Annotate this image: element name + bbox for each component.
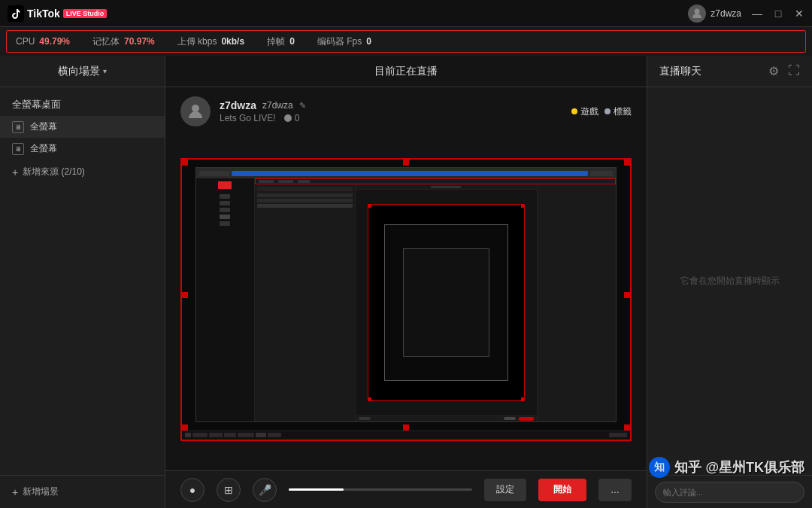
zhihu-icon: 知 [654,461,665,474]
mini-preview-area [356,190,536,415]
app-logo: TikTok LIVE Studio [8,5,107,22]
corner-mark-ml [182,292,188,298]
gaming-badge: 遊戲 [571,105,598,118]
mini-left [255,184,356,421]
mini-stat [259,180,274,183]
cpu-label: CPU [16,36,35,47]
mini-preview-screen [368,204,525,401]
gaming-label: 遊戲 [580,105,598,118]
preview-title: 目前正在直播 [374,65,438,78]
streamer-details: z7dwza z7dwza ✎ Lets Go LIVE! 0 [220,99,562,123]
list-item[interactable]: 🖥 全螢幕 [0,116,165,138]
cpu-value: 49.79% [39,36,70,47]
browser-bar [196,168,616,178]
preview-header: 目前正在直播 [165,56,647,87]
minimize-button[interactable]: — [752,8,762,19]
plus-icon: + [12,486,18,498]
chat-input[interactable] [655,482,804,503]
svg-point-0 [695,8,700,14]
stop-button[interactable]: … [598,479,632,501]
add-source-button[interactable]: + 新增來源 (2/10) [0,160,165,184]
monitor-icon: 🖥 [12,143,24,155]
mini-sidebar [196,178,255,421]
taskbar-item [256,433,266,437]
monitor-icon: 🖥 [12,121,24,133]
deeper-nested [403,248,489,357]
streamer-name-row: z7dwza z7dwza ✎ [220,99,562,111]
settings-icon[interactable]: ⚙ [768,64,779,78]
scene-selector[interactable]: 横向場景 ▾ [0,56,165,87]
corner [521,205,524,208]
drop-stat: 掉帧 0 [267,35,295,48]
corner-mark-bl [182,424,188,430]
mini-content: ·········· [255,184,616,421]
titlebar-left: TikTok LIVE Studio [8,5,107,22]
corner-mark-tr [624,160,630,166]
upload-value: 0kb/s [221,36,244,47]
yellow-dot [571,108,577,114]
nested-preview: ·········· [195,167,617,421]
memory-stat: 记忆体 70.97% [92,35,155,48]
mini-nav3 [220,208,230,212]
add-scene-button[interactable]: + 新增場景 [12,485,59,498]
fps-stat: 编码器 Fps 0 [317,35,371,48]
screen-inner: ·········· [182,160,630,430]
slider-track [289,488,472,491]
browser-url [232,171,588,176]
deep-nested [384,224,508,381]
taskbar-item [268,433,281,437]
setting-button[interactable]: 設定 [484,479,526,501]
mic-button[interactable]: 🎤 [253,478,277,502]
bio-text: Lets Go LIVE! [220,113,276,123]
list-item[interactable]: 🖥 全螢幕 [0,138,165,160]
mini-right: ·········· [537,184,617,421]
mini-center [356,184,536,421]
drop-value: 0 [289,36,295,47]
corner-mark-tl [182,160,188,166]
user-info: z7dwza [688,5,741,23]
streamer-id: z7dwza [262,100,293,111]
titlebar: TikTok LIVE Studio z7dwza — □ ✕ [0,0,812,27]
sources-area: 全螢幕桌面 🖥 全螢幕 🖥 全螢幕 + 新增來源 (2/10) [0,87,165,475]
chat-footer [647,475,812,508]
streamer-info: z7dwza z7dwza ✎ Lets Go LIVE! 0 遊戲 [165,87,647,135]
close-button[interactable]: ✕ [794,8,804,19]
mini-btn [359,417,371,420]
watermark: 知 知乎 @星州TK俱乐部 [649,457,804,478]
volume-slider[interactable] [289,488,472,491]
upload-stat: 上傳 kbps 0kb/s [177,35,244,48]
source-label: 全螢幕 [30,120,57,133]
taskbar-item [224,433,236,437]
source-label: 全螢幕 [30,142,57,155]
mini-title [431,186,461,188]
mini-item [257,193,353,197]
sliders-button[interactable]: ⊞ [217,478,241,502]
go-live-button[interactable]: 開始 [538,479,586,501]
fullscreen-icon[interactable]: ⛶ [788,64,800,78]
chat-empty-message: 它會在您開始直播時顯示 [680,274,780,288]
cpu-stat: CPU 49.79% [16,36,70,47]
mini-header [356,184,536,190]
app-name: TikTok [27,8,60,20]
corner-mark-br [624,424,630,430]
main-layout: 横向場景 ▾ 全螢幕桌面 🖥 全螢幕 🖥 全螢幕 + 新增來源 (2/10) +… [0,56,812,508]
scene-title: 横向場景 [58,65,100,78]
corner-mark-tm [403,160,409,166]
preview-area: 目前正在直播 z7dwza z7dwza ✎ Lets Go LIVE! [165,56,647,508]
mini-statsbar [255,178,616,184]
corner [368,205,371,208]
streamer-bio: Lets Go LIVE! 0 [220,113,562,123]
mini-stat [298,180,310,183]
maximize-button[interactable]: □ [773,8,783,19]
username-label: z7dwza [710,8,741,19]
tag-badge: 標籤 [604,105,632,118]
edit-icon[interactable]: ✎ [299,101,306,111]
sidebar-footer[interactable]: + 新增場景 [0,475,165,508]
chat-header: 直播聊天 ⚙ ⛶ [647,56,812,87]
mini-main: ·········· [255,178,616,421]
titlebar-right: z7dwza — □ ✕ [688,5,804,23]
avatar [688,5,706,23]
record-button[interactable]: ● [180,478,205,502]
drop-label: 掉帧 [267,35,285,48]
window-controls: — □ ✕ [752,8,804,19]
